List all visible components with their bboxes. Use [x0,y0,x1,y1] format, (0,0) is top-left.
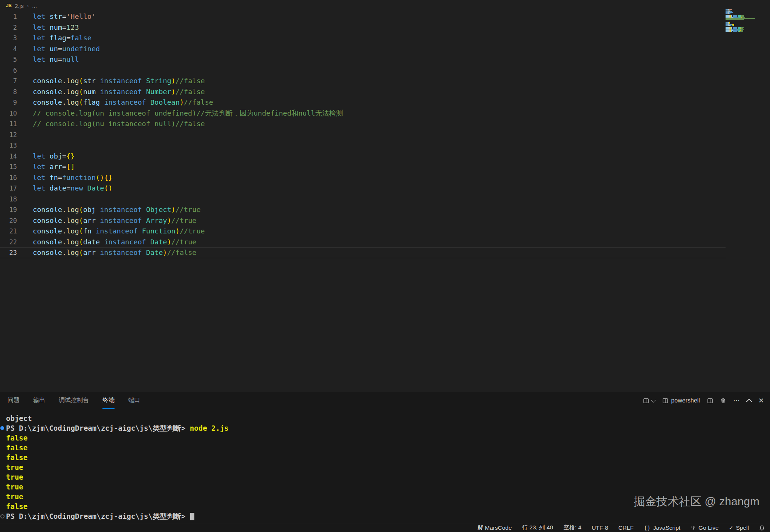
code-text: let fn=function(){} [17,173,113,183]
code-editor[interactable]: 1let str='Hello'2let num=1233let flag=fa… [0,11,770,392]
kill-terminal-button[interactable] [720,398,726,404]
line-number: 23 [0,248,17,258]
code-line-16[interactable]: 16let fn=function(){} [0,172,770,183]
terminal-instance-powershell[interactable]: powershell [662,397,700,404]
close-panel-button[interactable]: ✕ [758,397,764,404]
more-actions-button[interactable]: ⋯ [733,397,740,404]
panel-tab-输出[interactable]: 输出 [33,392,45,409]
status-item-language-mode[interactable]: {}JavaScript [644,524,680,531]
status-item-indentation[interactable]: 空格: 4 [563,524,581,532]
status-item-label: MarsCode [485,524,512,531]
terminal-line: false [0,453,770,462]
command-executed-decoration[interactable] [0,426,4,430]
code-line-23[interactable]: 23console.log(arr instanceof Date)//fals… [0,247,726,258]
marscode-logo-icon: M [478,524,483,531]
code-text: console.log(arr instanceof Array)//true [17,216,196,226]
panel-tab-调试控制台[interactable]: 调试控制台 [59,392,89,409]
code-line-3[interactable]: 3let flag=false [0,33,770,44]
code-line-8[interactable]: 8console.log(num instanceof Number)//fal… [0,87,770,98]
terminal-pane-icon [662,398,668,404]
line-number: 16 [0,173,17,183]
terminal-launch-dropdown-button[interactable] [643,398,655,404]
code-line-9[interactable]: 9console.log(flag instanceof Boolean)//f… [0,97,770,108]
bottom-panel: 问题输出调试控制台终端端口 powershell [0,392,770,523]
line-number: 8 [0,87,17,97]
code-line-2[interactable]: 2let num=123 [0,22,770,33]
split-terminal-icon [707,398,713,404]
code-line-14[interactable]: 14let obj={} [0,151,770,162]
line-number: 20 [0,216,17,226]
maximize-panel-button[interactable] [747,398,751,404]
line-number: 13 [0,140,17,151]
line-number: 6 [0,66,17,76]
status-item-marscode[interactable]: MMarsCode [478,524,512,531]
code-line-17[interactable]: 17let date=new Date() [0,183,770,194]
breadcrumb-file-name[interactable]: 2.js [15,3,23,9]
braces-icon: {} [644,525,651,531]
terminal-line: PS D:\zjm\CodingDream\zcj-aigc\js\类型判断> … [0,423,770,433]
line-number: 4 [0,44,17,54]
code-line-10[interactable]: 10// console.log(un instanceof undefined… [0,108,770,119]
javascript-file-icon: JS [6,3,11,8]
code-line-15[interactable]: 15let arr=[] [0,162,770,172]
code-text: let num=123 [17,23,79,33]
status-item-label: 行 23, 列 40 [522,524,553,532]
code-line-20[interactable]: 20console.log(arr instanceof Array)//tru… [0,215,770,226]
chevron-down-icon [651,398,656,402]
status-item-encoding[interactable]: UTF-8 [591,524,608,531]
panel-tab-问题[interactable]: 问题 [8,392,20,409]
line-number: 5 [0,55,17,65]
line-number: 19 [0,205,17,215]
line-number: 10 [0,108,17,119]
code-line-19[interactable]: 19console.log(obj instanceof Object)//tr… [0,204,770,215]
status-item-label: Spell [736,524,749,531]
code-line-6[interactable]: 6 [0,65,770,76]
line-number: 1 [0,12,17,22]
line-number: 18 [0,194,17,204]
status-item-spell[interactable]: ✓Spell [729,524,749,531]
breadcrumb-symbol[interactable]: ... [32,3,37,9]
line-number: 11 [0,119,17,129]
code-line-22[interactable]: 22console.log(date instanceof Date)//tru… [0,237,770,248]
line-number: 2 [0,23,17,33]
code-line-11[interactable]: 11// console.log(nu instanceof null)//fa… [0,119,770,130]
code-text: let obj={} [17,151,75,162]
code-line-13[interactable]: 13 [0,140,770,151]
prompt-decoration[interactable] [0,514,5,518]
status-item-go-live[interactable]: Go Live [691,524,718,531]
code-text: console.log(num instanceof Number)//fals… [17,87,205,97]
broadcast-icon [691,525,696,530]
line-number: 17 [0,183,17,194]
panel-tab-端口[interactable]: 端口 [128,392,140,409]
code-text: console.log(fn instanceof Function)//tru… [17,226,205,236]
vscode-window: JS 2.js › ... 1let str='Hello'2let num=1… [0,0,770,532]
code-text: let arr=[] [17,162,75,172]
minimap[interactable] [726,9,760,32]
code-line-7[interactable]: 7console.log(str instanceof String)//fal… [0,76,770,87]
status-item-eol[interactable]: CRLF [618,524,633,531]
code-line-1[interactable]: 1let str='Hello' [0,11,770,22]
code-text: let date=new Date() [17,183,113,194]
code-text: let flag=false [17,33,92,43]
split-terminal-button[interactable] [707,398,713,404]
line-number: 22 [0,237,17,247]
line-number: 21 [0,226,17,236]
line-number: 3 [0,33,17,43]
status-item-notifications[interactable] [759,525,765,531]
status-item-label: CRLF [618,524,633,531]
terminal-cursor [190,513,194,520]
terminal-line: object [0,413,770,423]
code-line-5[interactable]: 5let nu=null [0,54,770,65]
line-number: 9 [0,98,17,108]
code-text: console.log(obj instanceof Object)//true [17,205,201,215]
code-line-21[interactable]: 21console.log(fn instanceof Function)//t… [0,226,770,237]
watermark: 掘金技术社区 @ zhangm [634,494,759,509]
code-line-18[interactable]: 18 [0,194,770,205]
status-item-cursor-position[interactable]: 行 23, 列 40 [522,524,553,532]
chevron-right-icon: › [27,3,29,9]
panel-tab-终端[interactable]: 终端 [102,392,115,409]
code-line-12[interactable]: 12 [0,130,770,140]
status-item-label: UTF-8 [591,524,608,531]
code-line-4[interactable]: 4let un=undefined [0,44,770,55]
code-text [17,194,33,204]
